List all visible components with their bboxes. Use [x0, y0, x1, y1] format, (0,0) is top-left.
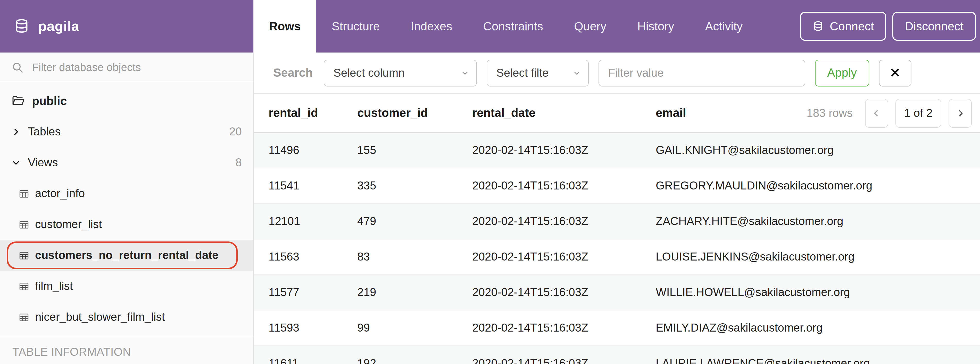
- tab-constraints[interactable]: Constraints: [468, 0, 558, 52]
- sidebar-item-label: film_list: [35, 280, 73, 293]
- page-indicator: 1 of 2: [896, 98, 941, 127]
- schema-public[interactable]: public: [0, 85, 253, 116]
- tree-group-tables[interactable]: Tables 20: [0, 116, 253, 147]
- table-icon: [19, 312, 29, 323]
- sidebar-tree: public Tables 20 Views 8: [0, 82, 253, 332]
- cell-rental_date: 2020-02-14T15:16:03Z: [472, 179, 656, 193]
- cell-rental_id: 11593: [269, 321, 357, 335]
- connection-actions: Connect Disconnect: [800, 0, 980, 52]
- cell-email: ZACHARY.HITE@sakilacustomer.org: [656, 215, 980, 228]
- tree-group-views[interactable]: Views 8: [0, 147, 253, 178]
- sidebar-header: pagila: [0, 0, 253, 52]
- app-root: pagila public: [0, 0, 980, 364]
- search-icon: [11, 61, 24, 73]
- cell-customer_id: 99: [357, 321, 472, 335]
- filter-bar: Search Select column Select filte: [254, 52, 980, 94]
- cell-rental_date: 2020-02-14T15:16:03Z: [472, 321, 656, 335]
- table-icon: [19, 281, 29, 292]
- apply-button[interactable]: Apply: [815, 60, 869, 86]
- prev-page-button[interactable]: [865, 98, 888, 127]
- cell-rental_date: 2020-02-14T15:16:03Z: [472, 357, 656, 364]
- database-icon: [13, 18, 30, 35]
- table-icon: [19, 250, 29, 261]
- tab-query[interactable]: Query: [558, 0, 622, 52]
- sidebar-item-film_list[interactable]: film_list: [0, 271, 253, 302]
- sidebar-item-nicer_but_slower_film_list[interactable]: nicer_but_slower_film_list: [0, 302, 253, 332]
- header-right-group: email 183 rows 1 of 2: [656, 98, 980, 127]
- table-row: 11611 192 2020-02-14T15:16:03Z LAURIE.LA…: [254, 346, 980, 364]
- cell-rental_date: 2020-02-14T15:16:03Z: [472, 250, 656, 264]
- tab-bar: Rows Structure Indexes Constraints Query…: [254, 0, 980, 52]
- cell-customer_id: 192: [357, 357, 472, 364]
- table-row: 12101 479 2020-02-14T15:16:03Z ZACHARY.H…: [254, 204, 980, 239]
- cell-rental_date: 2020-02-14T15:16:03Z: [472, 286, 656, 299]
- filter-value-input[interactable]: [598, 60, 805, 86]
- clear-icon: ✕: [889, 65, 900, 80]
- cell-customer_id: 335: [357, 179, 472, 193]
- sidebar-item-label: customers_no_return_rental_date: [35, 248, 219, 262]
- tab-rows[interactable]: Rows: [254, 0, 316, 52]
- caret-down-icon: [461, 69, 469, 77]
- cell-customer_id: 219: [357, 286, 472, 299]
- app-title: pagila: [38, 18, 80, 34]
- column-select-value: Select column: [333, 66, 404, 79]
- table-row: 11593 99 2020-02-14T15:16:03Z EMILY.DIAZ…: [254, 310, 980, 346]
- table-row: 11577 219 2020-02-14T15:16:03Z WILLIE.HO…: [254, 275, 980, 310]
- table-row: 11541 335 2020-02-14T15:16:03Z GREGORY.M…: [254, 168, 980, 204]
- chevron-right-icon: [11, 127, 21, 136]
- table-row: 11563 83 2020-02-14T15:16:03Z LOUISE.JEN…: [254, 239, 980, 275]
- tables-count: 20: [229, 125, 242, 139]
- page-next-icon: [955, 108, 965, 118]
- sidebar-item-customer_list[interactable]: customer_list: [0, 209, 253, 240]
- column-header-rental_date[interactable]: rental_date: [472, 106, 656, 120]
- row-count-label: 183 rows: [807, 106, 853, 120]
- column-header-rental_id[interactable]: rental_id: [269, 106, 357, 120]
- tab-activity[interactable]: Activity: [690, 0, 758, 52]
- page-prev-icon: [872, 108, 882, 118]
- cell-rental_id: 11496: [269, 144, 357, 157]
- table-header-row: rental_id customer_id rental_date email …: [254, 94, 980, 133]
- cell-email: GREGORY.MAULDIN@sakilacustomer.org: [656, 179, 980, 193]
- cell-customer_id: 479: [357, 215, 472, 228]
- table-icon: [19, 188, 29, 199]
- filter-objects-input[interactable]: [31, 60, 242, 74]
- cell-email: GAIL.KNIGHT@sakilacustomer.org: [656, 144, 980, 157]
- filter-type-select[interactable]: Select filte: [487, 60, 589, 86]
- sidebar-item-actor_info[interactable]: actor_info: [0, 178, 253, 209]
- clear-filter-button[interactable]: ✕: [879, 60, 911, 86]
- cell-customer_id: 155: [357, 144, 472, 157]
- filter-type-select-value: Select filte: [496, 66, 549, 79]
- sidebar-item-customers_no_return_rental_date[interactable]: customers_no_return_rental_date: [0, 240, 253, 271]
- cell-customer_id: 83: [357, 250, 472, 264]
- column-header-customer_id[interactable]: customer_id: [357, 106, 472, 120]
- connect-label: Connect: [830, 19, 874, 33]
- tab-history[interactable]: History: [622, 0, 689, 52]
- tab-indexes[interactable]: Indexes: [395, 0, 468, 52]
- tree-group-label: Tables: [28, 125, 60, 139]
- table-body: 11496 155 2020-02-14T15:16:03Z GAIL.KNIG…: [254, 133, 980, 364]
- disconnect-button[interactable]: Disconnect: [892, 12, 976, 41]
- cell-email: LOUISE.JENKINS@sakilacustomer.org: [656, 250, 980, 264]
- connect-button[interactable]: Connect: [800, 12, 886, 41]
- column-header-email[interactable]: email: [656, 106, 686, 120]
- cell-email: WILLIE.HOWELL@sakilacustomer.org: [656, 286, 980, 299]
- sidebar-item-label: actor_info: [35, 187, 85, 200]
- sidebar: pagila public: [0, 0, 254, 364]
- chevron-down-icon: [11, 158, 21, 167]
- cell-email: EMILY.DIAZ@sakilacustomer.org: [656, 321, 980, 335]
- cell-rental_id: 12101: [269, 215, 357, 228]
- caret-down-icon: [573, 69, 581, 77]
- next-page-button[interactable]: [948, 98, 972, 127]
- sidebar-item-label: nicer_but_slower_film_list: [35, 310, 165, 324]
- column-select[interactable]: Select column: [323, 60, 477, 86]
- views-count: 8: [235, 156, 242, 169]
- cell-rental_date: 2020-02-14T15:16:03Z: [472, 215, 656, 228]
- cell-rental_id: 11611: [269, 357, 357, 364]
- main-area: Rows Structure Indexes Constraints Query…: [254, 0, 980, 364]
- search-label: Search: [273, 66, 313, 80]
- schema-label: public: [32, 94, 67, 108]
- tab-structure[interactable]: Structure: [316, 0, 395, 52]
- sidebar-item-label: customer_list: [35, 218, 102, 231]
- cell-rental_id: 11563: [269, 250, 357, 264]
- table-row: 11496 155 2020-02-14T15:16:03Z GAIL.KNIG…: [254, 133, 980, 168]
